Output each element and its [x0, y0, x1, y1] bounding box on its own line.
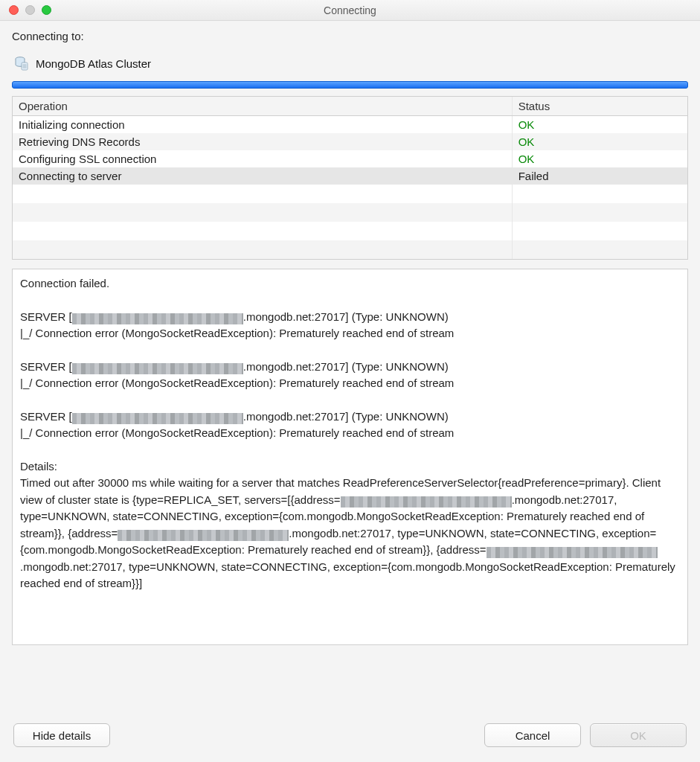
table-row: Retrieving DNS Records OK [13, 133, 687, 150]
table-row [13, 185, 687, 203]
error-line: |_/ Connection error (MongoSocketReadExc… [20, 375, 680, 392]
table-row: Connecting to server Failed [13, 167, 687, 185]
op-cell: Retrieving DNS Records [13, 133, 512, 150]
table-row: Configuring SSL connection OK [13, 150, 687, 167]
table-row [13, 203, 687, 222]
minimize-icon [25, 5, 35, 15]
op-cell: Connecting to server [13, 167, 512, 185]
server-suffix: .mongodb.net:27017] (Type: UNKNOWN) [243, 360, 449, 373]
details-title: Connection failed. [20, 275, 680, 292]
server-prefix: SERVER [ [20, 310, 72, 323]
table-row: Initializing connection OK [13, 116, 687, 134]
window-title: Connecting [0, 4, 700, 16]
server-suffix: .mongodb.net:27017] (Type: UNKNOWN) [243, 310, 449, 323]
table-header-row: Operation Status [13, 97, 687, 116]
table-row [13, 240, 687, 259]
col-operation: Operation [13, 97, 512, 116]
server-error-block: SERVER [.mongodb.net:27017] (Type: UNKNO… [20, 409, 680, 442]
window-traffic-lights [9, 5, 51, 15]
op-cell: Initializing connection [13, 116, 512, 134]
server-suffix: .mongodb.net:27017] (Type: UNKNOWN) [243, 410, 449, 423]
operations-table: Operation Status Initializing connection… [12, 96, 688, 260]
server-prefix: SERVER [ [20, 360, 72, 373]
status-cell: OK [512, 116, 687, 134]
error-line: |_/ Connection error (MongoSocketReadExc… [20, 425, 680, 442]
close-icon[interactable] [9, 5, 19, 15]
op-cell: Configuring SSL connection [13, 150, 512, 167]
ok-button: OK [590, 723, 687, 747]
redacted-hostname [341, 496, 512, 508]
titlebar: Connecting [0, 0, 700, 21]
status-cell: Failed [512, 167, 687, 185]
progress-bar [12, 81, 688, 89]
details-panel[interactable]: Connection failed. SERVER [.mongodb.net:… [12, 269, 688, 645]
redacted-hostname [72, 363, 243, 374]
status-cell: OK [512, 150, 687, 167]
redacted-hostname [487, 547, 658, 558]
connection-target-row: MongoDB Atlas Cluster [12, 56, 688, 71]
cancel-button[interactable]: Cancel [484, 723, 581, 747]
dialog-content: Connecting to: MongoDB Atlas Cluster [0, 21, 700, 645]
connection-target-name: MongoDB Atlas Cluster [36, 57, 151, 70]
server-error-block: SERVER [.mongodb.net:27017] (Type: UNKNO… [20, 309, 680, 342]
details-label: Details: [20, 458, 680, 476]
hide-details-button[interactable]: Hide details [13, 723, 110, 747]
database-icon [15, 56, 28, 71]
col-status: Status [512, 97, 687, 116]
dialog-footer: Hide details Cancel OK [0, 711, 700, 762]
details-body: Timed out after 30000 ms while waiting f… [20, 475, 680, 592]
server-prefix: SERVER [ [20, 410, 72, 423]
status-cell: OK [512, 133, 687, 150]
redacted-hostname [72, 413, 243, 424]
server-error-block: SERVER [.mongodb.net:27017] (Type: UNKNO… [20, 359, 680, 392]
connecting-to-label: Connecting to: [12, 30, 688, 42]
details-section: Details: Timed out after 30000 ms while … [20, 458, 680, 592]
error-line: |_/ Connection error (MongoSocketReadExc… [20, 325, 680, 342]
redacted-hostname [118, 530, 289, 541]
table-row [13, 222, 687, 240]
redacted-hostname [72, 313, 243, 324]
maximize-icon[interactable] [42, 5, 51, 15]
